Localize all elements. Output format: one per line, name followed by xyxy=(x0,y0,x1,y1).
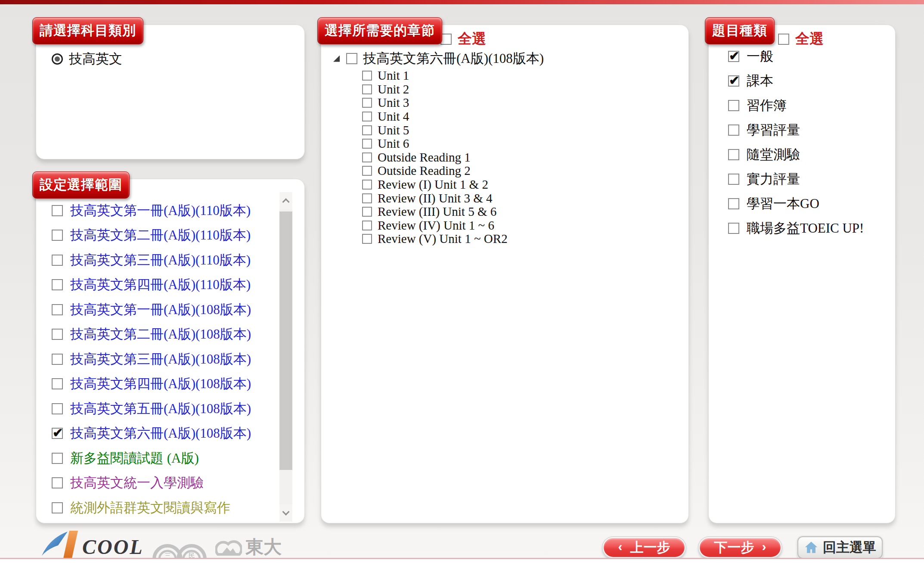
list-item[interactable]: 技高英文第一冊(A版)(108版本) xyxy=(52,297,276,322)
type-item-label[interactable]: 隨堂測驗 xyxy=(747,146,800,164)
tree-item-label[interactable]: Unit 6 xyxy=(378,137,409,151)
scroll-down-icon[interactable] xyxy=(279,504,292,522)
list-item[interactable]: 統測外語群英文閱讀與寫作 xyxy=(52,495,276,520)
tree-item-checkbox[interactable] xyxy=(362,221,372,230)
type-checkbox[interactable] xyxy=(728,198,739,209)
range-checkbox[interactable] xyxy=(52,477,63,488)
chapter-select-all-row[interactable]: 全選 xyxy=(440,29,486,49)
range-checkbox[interactable] xyxy=(52,378,63,389)
tree-item-checkbox[interactable] xyxy=(362,152,372,162)
tree-item-checkbox[interactable] xyxy=(362,98,372,108)
list-item[interactable]: 技高英文第三冊(A版)(108版本) xyxy=(52,347,276,372)
type-item-label[interactable]: 實力評量 xyxy=(747,170,800,188)
list-item[interactable]: 技高英文第六冊(A版)(108版本) xyxy=(52,421,276,446)
list-item[interactable]: 技高英文第五冊(A版)(108版本) xyxy=(52,396,276,421)
range-item-label[interactable]: 技高英文第三冊(A版)(108版本) xyxy=(70,350,251,368)
subject-option-row[interactable]: 技高英文 xyxy=(52,50,122,68)
tree-item[interactable]: Review (II) Unit 3 & 4 xyxy=(362,191,544,205)
tree-item[interactable]: Unit 1 xyxy=(362,69,544,83)
tree-item-label[interactable]: Unit 2 xyxy=(378,82,409,96)
tree-root-label[interactable]: 技高英文第六冊(A版)(108版本) xyxy=(363,50,544,68)
range-item-label[interactable]: 技高英文第四冊(A版)(108版本) xyxy=(70,375,251,393)
list-item[interactable]: 學習評量 xyxy=(728,118,864,142)
type-checkbox[interactable] xyxy=(728,75,739,87)
list-item[interactable]: 技高英文第四冊(A版)(108版本) xyxy=(52,372,276,397)
tree-item[interactable]: Review (III) Unit 5 & 6 xyxy=(362,205,544,219)
list-item[interactable]: 技高英文第三冊(A版)(110版本) xyxy=(52,248,276,273)
type-checkbox[interactable] xyxy=(728,124,739,136)
list-item[interactable]: 學習一本GO xyxy=(728,191,864,216)
list-item[interactable]: 技高英文第一冊(A版)(110版本) xyxy=(52,198,276,223)
range-item-label[interactable]: 新多益閱讀試題 (A版) xyxy=(70,449,199,467)
range-checkbox[interactable] xyxy=(52,403,63,414)
range-checkbox[interactable] xyxy=(52,230,63,241)
tree-item[interactable]: Outside Reading 2 xyxy=(362,164,544,178)
list-item[interactable]: 技高英文第四冊(A版)(110版本) xyxy=(52,273,276,298)
tree-item[interactable]: Outside Reading 1 xyxy=(362,151,544,165)
tree-item-checkbox[interactable] xyxy=(362,71,372,81)
tree-item-label[interactable]: Review (V) Unit 1 ~ OR2 xyxy=(378,232,508,246)
tree-item-checkbox[interactable] xyxy=(362,193,372,203)
range-item-label[interactable]: 技高英文第一冊(A版)(108版本) xyxy=(70,301,251,319)
list-item[interactable]: 隨堂測驗 xyxy=(728,142,864,167)
range-item-label[interactable]: 技高英文第四冊(A版)(110版本) xyxy=(70,276,251,294)
tree-item[interactable]: Unit 6 xyxy=(362,137,544,151)
list-item[interactable]: 一般 xyxy=(728,44,864,68)
tree-item-label[interactable]: Unit 3 xyxy=(378,96,409,110)
tree-item-checkbox[interactable] xyxy=(362,84,372,94)
range-checkbox[interactable] xyxy=(52,453,63,464)
range-item-label[interactable]: 技高英文統一入學測驗 xyxy=(70,474,204,492)
range-scrollbar[interactable] xyxy=(279,192,292,522)
subject-radio[interactable] xyxy=(52,53,63,65)
range-checkbox[interactable] xyxy=(52,502,63,513)
scroll-up-icon[interactable] xyxy=(279,192,292,209)
type-item-label[interactable]: 課本 xyxy=(747,72,773,90)
prev-step-button[interactable]: ‹ 上一步 xyxy=(603,537,685,558)
tree-item-label[interactable]: Review (IV) Unit 1 ~ 6 xyxy=(378,218,494,233)
next-step-button[interactable]: 下一步 › xyxy=(699,537,781,558)
type-item-label[interactable]: 學習一本GO xyxy=(747,195,819,213)
range-item-label[interactable]: 技高英文第六冊(A版)(108版本) xyxy=(70,424,251,442)
range-checkbox[interactable] xyxy=(52,255,63,266)
list-item[interactable]: 技高英文統一入學測驗 xyxy=(52,471,276,496)
tree-item-label[interactable]: Review (III) Unit 5 & 6 xyxy=(378,205,496,219)
list-item[interactable]: 技高英文第二冊(A版)(110版本) xyxy=(52,223,276,248)
tree-item-label[interactable]: Unit 4 xyxy=(378,109,409,124)
range-item-label[interactable]: 統測外語群英文閱讀與寫作 xyxy=(70,499,230,517)
type-select-all-checkbox[interactable] xyxy=(778,34,789,45)
range-item-label[interactable]: 技高英文第五冊(A版)(108版本) xyxy=(70,400,251,418)
list-item[interactable]: 習作簿 xyxy=(728,93,864,118)
list-item[interactable]: 實力評量 xyxy=(728,167,864,191)
list-item[interactable]: 技高英文第二冊(A版)(108版本) xyxy=(52,322,276,347)
tree-expanded-icon[interactable] xyxy=(333,56,340,62)
chapter-select-all-label[interactable]: 全選 xyxy=(458,29,486,49)
type-checkbox[interactable] xyxy=(728,174,739,185)
tree-root-row[interactable]: 技高英文第六冊(A版)(108版本) xyxy=(333,49,544,68)
type-item-label[interactable]: 職場多益TOEIC UP! xyxy=(747,219,864,237)
range-checkbox[interactable] xyxy=(52,304,63,315)
scrollbar-thumb[interactable] xyxy=(279,212,292,470)
tree-item[interactable]: Unit 4 xyxy=(362,110,544,124)
tree-item[interactable]: Review (V) Unit 1 ~ OR2 xyxy=(362,232,544,246)
tree-item[interactable]: Review (IV) Unit 1 ~ 6 xyxy=(362,219,544,233)
type-item-label[interactable]: 習作簿 xyxy=(747,96,787,115)
list-item[interactable]: 新多益閱讀試題 (A版) xyxy=(52,446,276,471)
type-checkbox[interactable] xyxy=(728,100,739,111)
list-item[interactable]: 職場多益TOEIC UP! xyxy=(728,216,864,240)
range-checkbox[interactable] xyxy=(52,205,63,216)
range-checkbox[interactable] xyxy=(52,354,63,365)
type-checkbox[interactable] xyxy=(728,223,739,234)
type-item-label[interactable]: 學習評量 xyxy=(747,121,800,139)
tree-item-checkbox[interactable] xyxy=(362,180,372,190)
range-item-label[interactable]: 技高英文第二冊(A版)(110版本) xyxy=(70,226,251,244)
type-checkbox[interactable] xyxy=(728,149,739,160)
range-checkbox[interactable] xyxy=(52,279,63,290)
tree-item-checkbox[interactable] xyxy=(362,234,372,244)
home-menu-button[interactable]: 回主選單 xyxy=(797,536,883,559)
tree-item-label[interactable]: Review (I) Unit 1 & 2 xyxy=(378,177,488,192)
tree-item-checkbox[interactable] xyxy=(362,139,372,149)
type-checkbox[interactable] xyxy=(728,51,739,62)
tree-item[interactable]: Unit 5 xyxy=(362,123,544,137)
tree-item[interactable]: Review (I) Unit 1 & 2 xyxy=(362,178,544,192)
tree-root-checkbox[interactable] xyxy=(346,53,357,64)
